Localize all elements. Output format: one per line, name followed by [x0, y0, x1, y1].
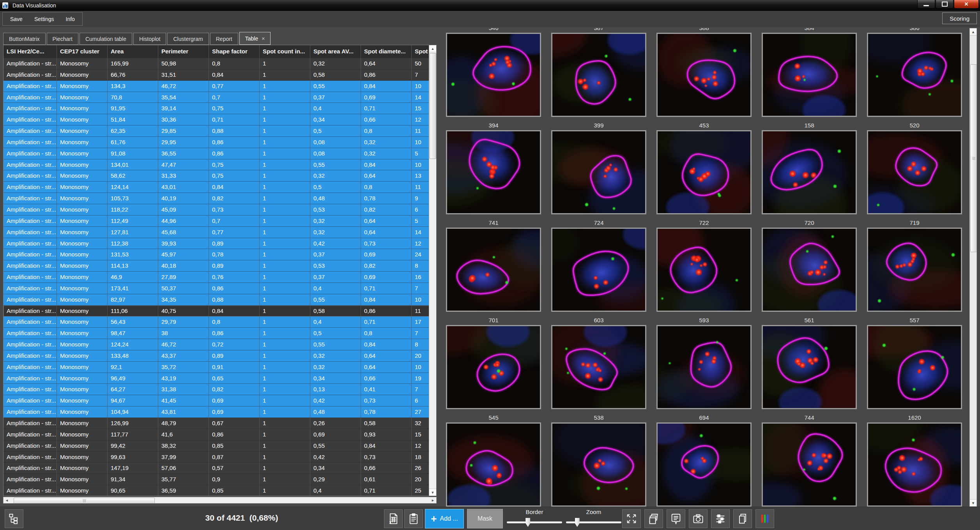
scrollbar-thumb[interactable] — [430, 53, 436, 159]
slider-track[interactable] — [507, 521, 562, 523]
column-header[interactable]: CEP17 cluster — [57, 45, 108, 58]
tab-clustergram[interactable]: Clustergram — [167, 33, 209, 45]
cell-image-tile[interactable] — [551, 228, 646, 312]
scroll-down-icon[interactable]: ▼ — [970, 499, 976, 506]
slider-track[interactable] — [566, 521, 621, 523]
table-horizontal-scrollbar[interactable]: ◄ ► — [3, 497, 437, 504]
table-row[interactable]: Amplification - str...Monosomy62,3529,85… — [4, 125, 429, 137]
menu-item-settings[interactable]: Settings — [28, 12, 60, 25]
table-row[interactable]: Amplification - str...Monosomy131,5345,9… — [4, 249, 429, 260]
table-row[interactable]: Amplification - str...Monosomy165,9950,9… — [4, 58, 429, 69]
table-row[interactable]: Amplification - str...Monosomy104,9443,8… — [4, 406, 429, 418]
table-row[interactable]: Amplification - str...Monosomy99,6337,99… — [4, 452, 429, 463]
slider-thumb[interactable] — [525, 518, 530, 527]
cell-image-tile[interactable] — [446, 422, 541, 507]
scroll-left-icon[interactable]: ◄ — [4, 497, 10, 503]
tab-histoplot[interactable]: Histoplot — [133, 33, 166, 45]
scrollbar-thumb[interactable] — [14, 498, 155, 504]
table-row[interactable]: Amplification - str...Monosomy133,4843,3… — [4, 350, 429, 362]
table-row[interactable]: Amplification - str...Monosomy82,9734,35… — [4, 294, 429, 306]
table-row[interactable]: Amplification - str...Monosomy56,4329,79… — [4, 316, 429, 328]
table-row[interactable]: Amplification - str...Monosomy111,0640,7… — [4, 306, 429, 317]
clipboard-button[interactable] — [404, 509, 423, 528]
cell-image-tile[interactable] — [551, 325, 646, 409]
table-row[interactable]: Amplification - str...Monosomy114,1340,1… — [4, 260, 429, 272]
table-row[interactable]: Amplification - str...Monosomy147,1957,0… — [4, 463, 429, 474]
column-header[interactable]: Area — [108, 45, 158, 58]
excel-export-button[interactable]: x — [384, 509, 403, 528]
slider-thumb[interactable] — [575, 518, 580, 527]
cell-image-tile[interactable] — [656, 325, 752, 409]
tab-close-icon[interactable]: × — [262, 35, 265, 42]
scroll-down-icon[interactable]: ▼ — [429, 489, 436, 496]
layers-button[interactable] — [644, 509, 663, 528]
mask-toggle-button[interactable]: Mask — [467, 509, 503, 528]
menu-item-save[interactable]: Save — [4, 12, 28, 25]
table-row[interactable]: Amplification - str...Monosomy61,7629,95… — [4, 137, 429, 148]
table-row[interactable]: Amplification - str...Monosomy127,8145,6… — [4, 227, 429, 238]
cell-image-tile[interactable] — [656, 130, 752, 214]
tab-cumulation-table[interactable]: Cumulation table — [80, 33, 132, 45]
column-header[interactable]: Spot diamete... — [361, 45, 412, 58]
table-row[interactable]: Amplification - str...Monosomy91,9539,14… — [4, 103, 429, 114]
tab-buttonmatrix[interactable]: ButtonMatrix — [3, 33, 46, 45]
camera-button[interactable] — [689, 509, 708, 528]
cell-image-tile[interactable] — [551, 130, 646, 214]
table-row[interactable]: Amplification - str...Monosomy117,7741,6… — [4, 429, 429, 440]
table-row[interactable]: Amplification - str...Monosomy92,135,720… — [4, 362, 429, 373]
tab-piechart[interactable]: Piechart — [47, 33, 78, 45]
add-button[interactable]: + Add ... — [425, 509, 464, 528]
menu-item-info[interactable]: Info — [60, 12, 81, 25]
minimize-button[interactable] — [917, 0, 935, 9]
table-row[interactable]: Amplification - str...Monosomy134,0147,4… — [4, 159, 429, 171]
table-row[interactable]: Amplification - str...Monosomy105,7340,1… — [4, 193, 429, 204]
tab-table[interactable]: Table× — [239, 32, 271, 45]
cell-image-tile[interactable] — [446, 325, 541, 409]
gallery-scrollbar[interactable]: ▲ ▼ — [969, 28, 977, 507]
close-button[interactable]: ✕ — [954, 0, 979, 9]
expand-view-button[interactable] — [622, 509, 641, 528]
zoom-slider[interactable] — [566, 516, 621, 528]
table-vertical-scrollbar[interactable]: ▲ ▼ — [429, 45, 436, 496]
cell-image-tile[interactable] — [762, 33, 857, 117]
cell-image-tile[interactable] — [446, 130, 541, 214]
table-row[interactable]: Amplification - str...Monosomy112,4944,9… — [4, 216, 429, 227]
table-row[interactable]: Amplification - str...Monosomy173,4150,3… — [4, 283, 429, 294]
tab-report[interactable]: Report — [210, 33, 238, 45]
border-slider[interactable] — [507, 516, 562, 528]
table-row[interactable]: Amplification - str...Monosomy66,7631,51… — [4, 69, 429, 81]
cell-image-tile[interactable] — [867, 130, 962, 214]
copy-pages-button[interactable] — [733, 509, 752, 528]
cell-image-tile[interactable] — [867, 422, 962, 507]
column-header[interactable]: Spot c... — [412, 45, 430, 58]
cell-image-tile[interactable] — [867, 33, 962, 117]
column-header[interactable]: LSI Her2/Ce... — [4, 45, 57, 58]
table-row[interactable]: Amplification - str...Monosomy96,4943,19… — [4, 373, 429, 384]
table-row[interactable]: Amplification - str...Monosomy124,1443,0… — [4, 182, 429, 193]
cell-image-tile[interactable] — [762, 422, 857, 507]
table-row[interactable]: Amplification - str...Monosomy118,2245,0… — [4, 204, 429, 216]
column-header[interactable]: Shape factor — [209, 45, 260, 58]
scroll-up-icon[interactable]: ▲ — [429, 45, 436, 52]
cell-image-tile[interactable] — [446, 33, 541, 117]
scroll-up-icon[interactable]: ▲ — [970, 28, 976, 35]
adjust-settings-button[interactable] — [711, 509, 730, 528]
tree-structure-button[interactable] — [5, 509, 23, 528]
cell-image-tile[interactable] — [656, 33, 752, 117]
table-row[interactable]: Amplification - str...Monosomy51,8430,36… — [4, 114, 429, 125]
scrollbar-thumb[interactable] — [970, 64, 977, 252]
cell-image-tile[interactable] — [446, 228, 541, 312]
scroll-right-icon[interactable]: ► — [430, 497, 436, 503]
table-row[interactable]: Amplification - str...Monosomy126,9948,7… — [4, 418, 429, 429]
cell-image-tile[interactable] — [762, 130, 857, 214]
table-row[interactable]: Amplification - str...Monosomy124,2446,7… — [4, 339, 429, 350]
cell-image-tile[interactable] — [867, 325, 962, 409]
rgb-channels-button[interactable] — [755, 509, 774, 528]
column-header[interactable]: Perimeter — [158, 45, 209, 58]
table-row[interactable]: Amplification - str...Monosomy99,4238,32… — [4, 440, 429, 452]
cell-image-tile[interactable] — [867, 228, 962, 312]
table-row[interactable]: Amplification - str...Monosomy134,346,72… — [4, 81, 429, 92]
cell-image-tile[interactable] — [656, 422, 752, 507]
column-header[interactable]: Spot count in... — [260, 45, 310, 58]
table-row[interactable]: Amplification - str...Monosomy90,6536,59… — [4, 485, 429, 496]
